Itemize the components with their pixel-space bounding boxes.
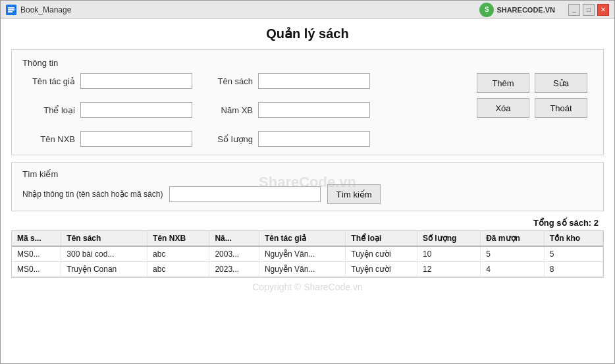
group-ten-nxb: Tên NXB [22,131,192,147]
button-group: Thêm Sửa Xóa Thoát [477,73,593,118]
search-input[interactable] [169,186,321,202]
search-input-label: Nhập thông tin (tên sách hoặc mã sách) [22,190,163,199]
title-bar-right: S SHARECODE.VN _ □ ✕ [479,3,609,17]
fields-area: Tên tác giả Tên sách Thể loại [22,73,469,147]
form-row-1: Tên tác giả Tên sách [22,73,469,89]
table-container: Mã s... Tên sách Tên NXB Nă... Tên tác g… [11,230,604,278]
timkiem-section: Tìm kiếm Nhập thông tin (tên sách hoặc m… [11,162,604,211]
copyright-text: Copyright © ShareCode.vn [11,278,604,294]
table-cell: 300 bài cod... [61,246,147,262]
group-so-luong: Số lượng [200,131,370,147]
title-bar-title: Book_Manage [20,5,71,14]
table-cell: Nguyễn Văn... [259,262,345,277]
group-ten-sach: Tên sách [200,73,370,89]
the-loai-label: Thể loại [22,105,75,115]
thongtin-label: Thông tin [22,58,593,68]
thongtin-section: Thông tin Tên tác giả Tên sách [11,49,604,155]
col-ton-kho: Tồn kho [544,231,602,246]
table-header-row: Mã s... Tên sách Tên NXB Nă... Tên tác g… [12,231,603,246]
table-cell: 5 [544,246,602,262]
table-cell: Truyện Conan [61,262,147,277]
table-cell: 10 [417,246,481,262]
table-body: MS0...300 bài cod...abc2003...Nguyễn Văn… [12,246,603,277]
nam-xb-input[interactable] [258,102,370,118]
so-luong-label: Số lượng [200,134,253,144]
table-cell: abc [147,262,209,277]
table-cell: 5 [481,246,545,262]
so-luong-input[interactable] [258,131,370,147]
group-ten-tac-gia: Tên tác giả [22,73,192,89]
timkiem-label: Tìm kiếm [22,169,593,179]
sua-button[interactable]: Sửa [535,73,587,93]
col-nam: Nă... [209,231,259,246]
app-icon [6,5,16,15]
table-cell: 2003... [209,246,259,262]
col-ma-sach: Mã s... [12,231,61,246]
sharecode-text: SHARECODE.VN [496,6,555,14]
svg-rect-3 [8,11,13,13]
table-cell: abc [147,246,209,262]
col-the-loai: Thể loại [346,231,417,246]
search-row: Nhập thông tin (tên sách hoặc mã sách) T… [22,184,593,204]
ten-nxb-input[interactable] [80,131,192,147]
maximize-button[interactable]: □ [583,4,595,16]
thoat-button[interactable]: Thoát [535,98,587,118]
col-da-muon: Đã mượn [481,231,545,246]
table-cell: 4 [481,262,545,277]
main-window: Book_Manage S SHARECODE.VN _ □ ✕ Quản lý… [0,0,615,364]
page-title: Quản lý sách [11,26,604,41]
table-cell: MS0... [12,262,61,277]
table-cell: MS0... [12,246,61,262]
table-cell: Nguyễn Văn... [259,246,345,262]
ten-tac-gia-label: Tên tác giả [22,76,75,86]
main-content: Quản lý sách Thông tin Tên tác giả Tên s… [1,19,614,363]
col-ten-nxb: Tên NXB [147,231,209,246]
table-cell: 2023... [209,262,259,277]
the-loai-input[interactable] [80,102,192,118]
col-ten-sach: Tên sách [61,231,147,246]
table-cell: 8 [544,262,602,277]
nam-xb-label: Năm XB [200,105,253,115]
ten-sach-input[interactable] [258,73,370,89]
button-row-1: Thêm Sửa [477,73,587,93]
close-button[interactable]: ✕ [597,4,609,16]
group-nam-xb: Năm XB [200,102,370,118]
form-row-2: Thể loại Năm XB [22,102,469,118]
col-ten-tac-gia: Tên tác giả [259,231,345,246]
form-main: Tên tác giả Tên sách Thể loại [22,73,593,147]
minimize-button[interactable]: _ [568,4,580,16]
sharecode-logo: S SHARECODE.VN [479,3,555,17]
svg-rect-1 [8,7,14,9]
table-row[interactable]: MS0...Truyện Conanabc2023...Nguyễn Văn..… [12,262,603,277]
ten-tac-gia-input[interactable] [80,73,192,89]
title-bar: Book_Manage S SHARECODE.VN _ □ ✕ [1,1,614,19]
search-button[interactable]: Tìm kiếm [327,184,380,204]
button-row-2: Xóa Thoát [477,98,587,118]
table-cell: Tuyện cười [346,262,417,277]
xoa-button[interactable]: Xóa [477,98,529,118]
table-cell: 12 [417,262,481,277]
total-row: Tổng số sách: 2 [11,215,604,230]
sharecode-circle-icon: S [479,3,494,17]
title-bar-left: Book_Manage [6,5,71,15]
ten-nxb-label: Tên NXB [22,134,75,144]
group-the-loai: Thể loại [22,102,192,118]
col-so-luong: Số lượng [417,231,481,246]
form-row-3: Tên NXB Số lượng [22,131,469,147]
ten-sach-label: Tên sách [200,76,253,86]
table-cell: Tuyện cười [346,246,417,262]
books-table: Mã s... Tên sách Tên NXB Nă... Tên tác g… [12,231,603,277]
svg-rect-2 [8,9,14,11]
them-button[interactable]: Thêm [477,73,529,93]
table-row[interactable]: MS0...300 bài cod...abc2003...Nguyễn Văn… [12,246,603,262]
